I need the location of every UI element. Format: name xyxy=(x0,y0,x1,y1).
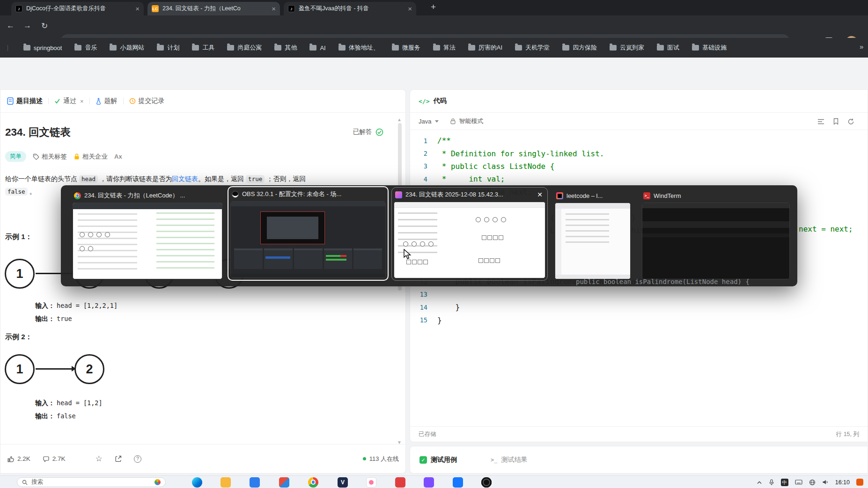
bookmark-folder[interactable]: 尚庭公寓 xyxy=(227,44,262,52)
bookmark-folder[interactable]: 四方保险 xyxy=(562,44,597,52)
share-button[interactable] xyxy=(115,455,122,462)
tab-close-icon[interactable]: × xyxy=(408,5,412,12)
chrome-taskbar-icon[interactable] xyxy=(308,477,318,488)
smart-mode-label[interactable]: 智能模式 xyxy=(459,117,483,125)
bookmark-folder[interactable]: 基础设施 xyxy=(692,44,727,52)
reload-icon[interactable]: ↻ xyxy=(41,21,48,31)
bookmark-folder[interactable]: 云岚到家 xyxy=(610,44,644,52)
browser-tab-1[interactable]: ♪ DjCoco仔-全国语柔歌音乐抖音 × xyxy=(11,2,144,15)
code-line[interactable]: 15} xyxy=(410,313,868,326)
scroll-up-icon[interactable]: ▲ xyxy=(397,117,402,122)
code-line[interactable]: 1/** xyxy=(410,134,868,147)
microphone-icon[interactable] xyxy=(769,479,774,486)
window-thumbnail[interactable] xyxy=(555,203,631,279)
bookmark-folder[interactable]: 微服务 xyxy=(392,44,420,52)
taskbar-search[interactable]: 搜索 xyxy=(17,477,166,487)
bookmark-folder[interactable]: AI xyxy=(309,44,325,51)
purple-app-icon[interactable] xyxy=(424,477,434,488)
alttab-window-obs-selected[interactable]: OBS 32.0.1 - 配置文件: 未命名 - 场... xyxy=(228,186,389,281)
bookmark-folder[interactable]: 面试 xyxy=(657,44,679,52)
alttab-window-screenshot[interactable]: 234. 回文链表 2025-12-08 15.42.3... ✕ xyxy=(391,187,548,281)
clock[interactable]: 16:10 xyxy=(835,479,850,486)
bookmark-folder[interactable]: 其他 xyxy=(274,44,297,52)
bookmark-folder[interactable]: 工具 xyxy=(192,44,214,52)
bookmark-folder[interactable]: 算法 xyxy=(433,44,456,52)
edge-icon[interactable] xyxy=(192,477,202,488)
tab-close-icon[interactable]: × xyxy=(272,5,276,12)
bookmarks-overflow-icon[interactable]: » xyxy=(860,43,864,51)
window-thumbnail[interactable] xyxy=(394,202,545,278)
black-circle-app-icon[interactable] xyxy=(481,477,492,488)
tab-title: 盈鱼不喝Jvaa的抖音 - 抖音 xyxy=(299,5,404,13)
bookmark-folder[interactable]: springboot xyxy=(23,44,62,51)
red-blue-app-icon[interactable] xyxy=(279,477,289,488)
lock-icon xyxy=(74,153,80,160)
help-button[interactable]: ? xyxy=(134,455,141,463)
code-line[interactable]: 3 * public class ListNode { xyxy=(410,160,868,173)
reset-code-icon[interactable] xyxy=(847,118,854,125)
favorite-button[interactable]: ☆ xyxy=(96,454,103,464)
yellow-app-icon[interactable] xyxy=(221,477,231,488)
keyboard-icon[interactable] xyxy=(795,480,802,485)
format-icon[interactable] xyxy=(817,119,824,124)
bookmark-icon[interactable] xyxy=(833,118,839,125)
palindrome-link[interactable]: 回文链表 xyxy=(172,175,198,182)
bookmark-folder[interactable]: 计划 xyxy=(157,44,179,52)
notification-badge-icon[interactable] xyxy=(856,479,863,486)
bookmark-folder[interactable]: 音乐 xyxy=(74,44,97,52)
related-tags-button[interactable]: 相关标签 xyxy=(33,153,67,161)
bookmark-folder[interactable]: 小题网站 xyxy=(110,44,144,52)
bookmark-folder[interactable]: 厉害的AI xyxy=(468,44,502,52)
ime-indicator-icon[interactable]: 中 xyxy=(781,479,788,486)
folder-icon xyxy=(433,45,440,51)
pink-app-icon[interactable] xyxy=(366,477,376,488)
forward-icon[interactable]: → xyxy=(23,21,31,30)
input-label: 输入： xyxy=(35,302,55,310)
alttab-window-windterm[interactable]: >_ WindTerm xyxy=(640,188,792,282)
tray-expand-icon[interactable] xyxy=(757,481,762,484)
folder-icon xyxy=(610,45,617,51)
speaker-icon[interactable] xyxy=(822,479,829,485)
tag-icon xyxy=(33,153,39,160)
tab-solutions[interactable]: 题解 xyxy=(96,97,118,105)
close-icon[interactable]: × xyxy=(80,98,84,105)
comments-button[interactable]: 2.7K xyxy=(43,455,66,462)
window-title: 234. 回文链表 - 力扣（LeetCode） ... xyxy=(84,191,221,200)
calculator-icon[interactable] xyxy=(250,477,260,488)
tab-passed[interactable]: 通过 × xyxy=(54,97,84,105)
tab-title: DjCoco仔-全国语柔歌音乐抖音 xyxy=(26,5,132,13)
difficulty-badge[interactable]: 简单 xyxy=(5,151,26,162)
alttab-window-leetcode-chrome[interactable]: 234. 回文链表 - 力扣（LeetCode） ... xyxy=(70,188,225,282)
saved-status: 已存储 xyxy=(419,430,436,438)
alttab-window-intellij[interactable]: leetcode – l... xyxy=(552,188,633,282)
testresult-tab[interactable]: 测试结果 xyxy=(501,456,527,464)
window-thumbnail[interactable] xyxy=(230,201,386,278)
search-highlights-icon[interactable] xyxy=(154,479,161,485)
bookmark-folder[interactable]: 天机学堂 xyxy=(515,44,550,52)
network-icon[interactable] xyxy=(809,479,816,486)
tab-close-icon[interactable]: × xyxy=(135,5,140,12)
browser-tab-2-active[interactable]: LC 234. 回文链表 - 力扣（LeetCo × xyxy=(147,2,280,15)
code-line[interactable]: 14 } xyxy=(410,301,868,313)
related-companies-button[interactable]: 相关企业 xyxy=(74,153,108,161)
new-tab-button[interactable]: + xyxy=(431,2,436,12)
like-button[interactable]: 2.2K xyxy=(7,455,30,463)
red-app-icon[interactable] xyxy=(395,477,405,488)
browser-tab-3[interactable]: ♪ 盈鱼不喝Jvaa的抖音 - 抖音 × xyxy=(284,2,416,15)
code-line[interactable]: 2 * Definition for singly-linked list. xyxy=(410,147,868,160)
font-size-icon[interactable]: Ax xyxy=(114,153,122,160)
bookmark-folder[interactable]: 体验地址、 xyxy=(338,44,379,52)
v-app-icon[interactable]: V xyxy=(338,477,348,488)
tab-divider xyxy=(123,98,124,104)
blue-app-icon[interactable] xyxy=(453,477,463,488)
close-window-icon[interactable]: ✕ xyxy=(536,191,544,198)
code-line[interactable]: 13 xyxy=(410,288,868,301)
tab-description[interactable]: 题目描述 xyxy=(7,97,43,105)
language-selector[interactable]: Java xyxy=(419,118,431,125)
back-icon[interactable]: ← xyxy=(7,21,15,30)
tab-submissions[interactable]: 提交记录 xyxy=(129,97,165,105)
window-thumbnail[interactable] xyxy=(642,203,790,279)
testcase-tab[interactable]: 测试用例 xyxy=(431,456,457,464)
code-line[interactable]: 4 * int val; xyxy=(410,173,868,185)
window-thumbnail[interactable] xyxy=(73,203,222,279)
